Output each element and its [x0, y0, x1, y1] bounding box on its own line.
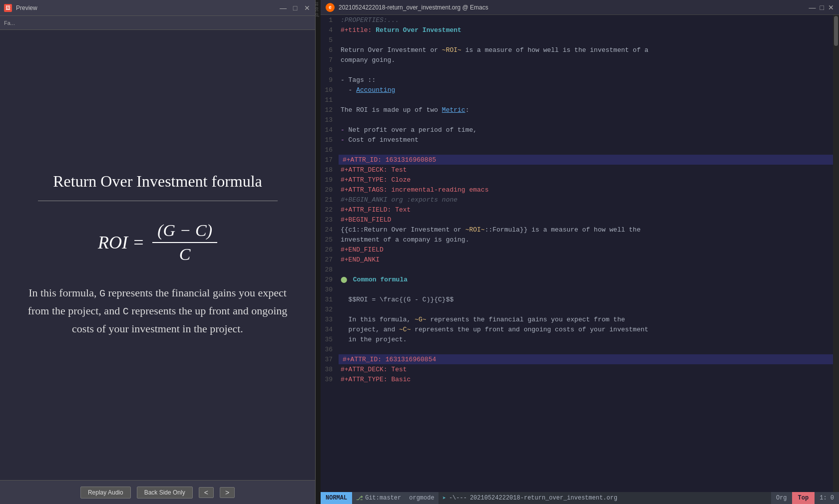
G-code: G: [99, 288, 105, 299]
line-number: 31: [321, 294, 336, 304]
editor-line: :PROPERTIES:...: [339, 15, 833, 25]
line-number: 5: [321, 35, 336, 45]
editor-line: investment of a company is going.: [339, 235, 833, 245]
editor-line: #+ATTR_ID: 1631316960854: [339, 354, 833, 364]
editor-line: company going.: [339, 55, 833, 65]
accounting-link[interactable]: Accounting: [356, 86, 395, 94]
emacs-window-controls: — □ ✕: [809, 3, 834, 11]
toolbar-label: Fa...: [4, 20, 15, 26]
section-dot: ⬤: [341, 276, 347, 283]
properties: :PROPERTIES:...: [341, 16, 399, 24]
metric-link[interactable]: Metric: [442, 106, 465, 114]
status-filepath: ➤ -\--- 20210524222018-return_over_inves…: [438, 492, 771, 504]
side-strip: re ec of: [316, 0, 321, 504]
line-number: 28: [321, 264, 336, 274]
latex-formula: $$ROI = \frac{(G - C)}{C}$$: [341, 296, 453, 303]
status-git: ⎇ Git:master: [352, 492, 405, 504]
editor-line: [339, 115, 833, 125]
editor-line: - Cost of investment: [339, 135, 833, 145]
editor-line: #+ATTR_FIELD: Text: [339, 205, 833, 215]
desc-3: project, and: [341, 326, 399, 333]
back-side-only-button[interactable]: Back Side Only: [137, 487, 193, 499]
desc-2: represents the financial gains you expec…: [426, 316, 625, 323]
line-number: 8: [321, 65, 336, 75]
attr-tags: #+ATTR_TAGS: incremental-reading emacs: [341, 186, 488, 194]
line-number: 27: [321, 254, 336, 264]
emacs-maximize-button[interactable]: □: [820, 3, 824, 11]
line-text-2: is a measure of how well is the investme…: [461, 46, 648, 54]
prev-slide-button[interactable]: <: [199, 487, 214, 498]
formula-area: ROI = (G − C) C: [98, 221, 217, 264]
line-number: 7: [321, 55, 336, 65]
preview-titlebar: 🖼 Preview — □ ✕: [0, 0, 315, 16]
line-number: 35: [321, 334, 336, 344]
emacs-close-button[interactable]: ✕: [828, 3, 834, 11]
editor-line: [339, 145, 833, 155]
status-position: Top: [792, 492, 815, 504]
line-number: 15: [321, 135, 336, 145]
editor-line: [339, 284, 833, 294]
line-number: 10: [321, 85, 336, 95]
preview-close-button[interactable]: ✕: [303, 4, 311, 12]
editor-line: [339, 95, 833, 105]
line-text: Return Over Investment or: [341, 46, 442, 54]
emacs-titlebar: e 20210524222018-return_over_investment.…: [321, 0, 839, 15]
attr-type: #+ATTR_TYPE: Cloze: [341, 176, 411, 184]
line-number: 24: [321, 225, 336, 235]
line-number: 21: [321, 195, 336, 205]
attr-type-2: #+ATTR_TYPE: Basic: [341, 376, 411, 383]
emacs-editor[interactable]: 1456789101112131415161718192021222324252…: [321, 15, 839, 492]
status-filetype: Org: [771, 492, 792, 504]
editor-line: [339, 35, 833, 45]
line-number: 39: [321, 374, 336, 384]
editor-line: project, and ~C~ represents the up front…: [339, 324, 833, 334]
roi-text: The ROI is made up of two: [341, 106, 442, 114]
editor-line: #+ATTR_ID: 1631316960885: [339, 155, 833, 165]
preview-window-controls: — □ ✕: [279, 4, 311, 12]
editor-line: ⬤ Common formula: [339, 274, 833, 284]
replay-audio-button[interactable]: Replay Audio: [80, 487, 131, 499]
editor-scrollbar[interactable]: [833, 15, 839, 492]
C-code: C: [123, 306, 129, 317]
cloze-cont: investment of a company is going.: [341, 236, 469, 244]
line-number: 14: [321, 125, 336, 135]
attr-deck: #+ATTR_DECK: Test: [341, 166, 407, 174]
next-slide-button[interactable]: >: [220, 487, 235, 498]
bullet-text-1: Net profit over a period of time,: [349, 126, 477, 134]
editor-line: The ROI is made up of two Metric:: [339, 105, 833, 115]
editor-line: $$ROI = \frac{(G - C)}{C}$$: [339, 294, 833, 304]
scrollbar-thumb[interactable]: [834, 16, 838, 46]
line-numbers: 1456789101112131415161718192021222324252…: [321, 15, 339, 492]
formula-numerator: (G − C): [152, 221, 217, 243]
orgmode-label: orgmode: [409, 495, 434, 502]
editor-line: #+ATTR_TYPE: Basic: [339, 374, 833, 384]
status-mode: NORMAL: [321, 492, 352, 504]
description-text-1: In this formula,: [28, 286, 99, 299]
preview-content: Return Over Investment formula ROI = (G …: [0, 30, 315, 480]
preview-minimize-button[interactable]: —: [279, 4, 287, 12]
line-number: 6: [321, 45, 336, 55]
editor-line: Return Over Investment or ~ROI~ is a mea…: [339, 45, 833, 55]
status-filename: 20210524222018-return_over_investment.or…: [470, 495, 617, 502]
git-branch-icon: ⎇: [356, 495, 363, 502]
editor-line: [339, 65, 833, 75]
line-number: 37: [321, 354, 336, 364]
editor-line: #+ATTR_DECK: Test: [339, 364, 833, 374]
slide-divider: [38, 201, 278, 201]
editor-line: #+title: Return Over Investment: [339, 25, 833, 35]
status-arrow-icon: ➤: [442, 495, 446, 502]
line-number: 9: [321, 75, 336, 85]
line-number: 33: [321, 314, 336, 324]
end-anki: #+END_ANKI: [341, 256, 380, 263]
emacs-minimize-button[interactable]: —: [809, 3, 816, 11]
line-number: 32: [321, 304, 336, 314]
preview-maximize-button[interactable]: □: [291, 4, 299, 12]
attr-id-2: #+ATTR_ID: 1631316960854: [343, 356, 436, 363]
tags-line: - Tags ::: [341, 76, 376, 84]
editor-line: {{c1::Return Over Investment or ~ROI~::F…: [339, 225, 833, 235]
section-title: Common formula: [349, 276, 408, 283]
tilde-g: ~G~: [415, 316, 426, 323]
desc-5: in the project.: [341, 336, 407, 343]
editor-line: #+ATTR_TYPE: Cloze: [339, 175, 833, 185]
editor-content[interactable]: :PROPERTIES:...#+title: Return Over Inve…: [339, 15, 833, 492]
